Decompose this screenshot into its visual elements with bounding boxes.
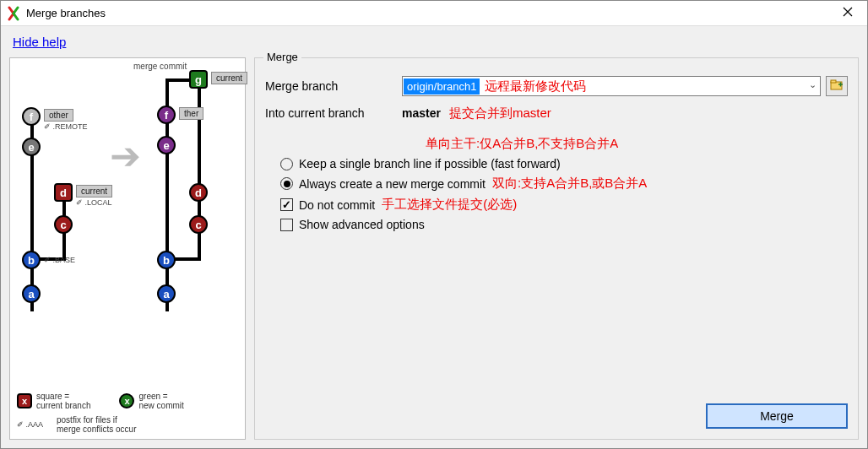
merge-group: Merge Merge branch origin/branch1 远程最新修改… xyxy=(254,57,859,440)
merge-commit-label: merge commit xyxy=(133,62,187,71)
legend-conflict-text: postfix for files if merge conflicts occ… xyxy=(57,415,136,434)
tag-current-2: current xyxy=(211,72,247,84)
radio-always-new-label: Always create a new merge commit xyxy=(299,177,486,191)
check-show-advanced-label: Show advanced options xyxy=(299,218,425,231)
legend-green-icon: x xyxy=(119,393,134,408)
merge-branch-annotation: 远程最新修改代码 xyxy=(485,78,586,95)
radio-fast-forward-label: Keep a single branch line if possible (f… xyxy=(299,157,561,170)
node-c: c xyxy=(54,215,73,234)
into-branch-label: Into current branch xyxy=(265,106,402,120)
tag-remote: ✐ .REMOTE xyxy=(44,122,88,131)
into-branch-value: master xyxy=(402,106,441,120)
check-do-not-commit-label: Do not commit xyxy=(299,198,375,212)
tag-other: other xyxy=(44,109,73,122)
tag-local: ✐ .LOCAL xyxy=(76,198,112,207)
into-branch-row: Into current branch master 提交合并到master xyxy=(265,102,848,124)
browse-branch-button[interactable] xyxy=(826,76,848,96)
tag-current: current xyxy=(76,185,112,197)
close-button[interactable] xyxy=(828,1,867,26)
mode-annotation: 单向主干:仅A合并B,不支持B合并A xyxy=(426,136,848,152)
help-legend: x square = current branch x green = new … xyxy=(17,388,238,434)
merge-branches-window: Merge branches Hide help merge commit f … xyxy=(0,0,868,449)
radio-fast-forward[interactable]: Keep a single branch line if possible (f… xyxy=(280,157,848,170)
diagram-arrow-icon: ➔ xyxy=(110,134,141,177)
merge-group-title: Merge xyxy=(263,51,301,63)
merge-branch-row: Merge branch origin/branch1 远程最新修改代码 ⌄ xyxy=(265,75,848,97)
merge-branch-value: origin/branch1 xyxy=(404,78,480,95)
titlebar: Merge branches xyxy=(1,1,867,26)
node-f2: f xyxy=(157,105,176,124)
close-icon xyxy=(843,7,853,19)
into-branch-annotation: 提交合并到master xyxy=(449,105,551,122)
legend-square-icon: x xyxy=(17,393,32,408)
window-body: Hide help merge commit f other ✐ .REMOTE… xyxy=(1,26,867,448)
node-e: e xyxy=(22,138,41,156)
content-area: merge commit f other ✐ .REMOTE e d curre… xyxy=(9,57,859,440)
checkbox-icon xyxy=(280,219,293,231)
chevron-down-icon: ⌄ xyxy=(809,79,816,90)
checkbox-icon xyxy=(280,198,293,211)
merge-branch-label: Merge branch xyxy=(265,79,402,93)
tag-other-2: ther xyxy=(179,107,203,120)
app-icon xyxy=(6,6,21,21)
node-c2: c xyxy=(189,215,208,234)
merge-button-label: Merge xyxy=(760,409,794,423)
legend-aaa: ✐ .AAA xyxy=(17,420,52,429)
radio-always-new[interactable]: Always create a new merge commit 双向:支持A合… xyxy=(280,176,848,192)
help-panel: merge commit f other ✐ .REMOTE e d curre… xyxy=(9,57,246,440)
tag-base: ✐ .BASE xyxy=(44,256,75,264)
node-b: b xyxy=(22,251,41,269)
browse-icon xyxy=(830,79,844,94)
node-d-current: d xyxy=(54,183,73,202)
node-g: g xyxy=(189,70,208,89)
check-do-not-commit-annotation: 手工选择文件提交(必选) xyxy=(382,197,517,213)
merge-button[interactable]: Merge xyxy=(706,403,848,429)
svg-rect-1 xyxy=(831,80,836,83)
node-a: a xyxy=(22,284,41,303)
check-do-not-commit[interactable]: Do not commit 手工选择文件提交(必选) xyxy=(280,197,848,213)
radio-icon xyxy=(280,177,293,190)
hide-help-link[interactable]: Hide help xyxy=(9,31,69,57)
node-b2: b xyxy=(157,251,176,269)
legend-green-text: green = new commit xyxy=(138,392,183,410)
radio-always-new-annotation: 双向:支持A合并B,或B合并A xyxy=(492,176,647,192)
radio-icon xyxy=(280,158,293,170)
check-show-advanced[interactable]: Show advanced options xyxy=(280,218,848,231)
node-e2: e xyxy=(157,136,176,154)
window-title: Merge branches xyxy=(26,7,828,19)
node-f: f xyxy=(22,107,41,126)
node-d2: d xyxy=(189,183,208,202)
legend-square-text: square = current branch xyxy=(36,392,90,410)
node-a2: a xyxy=(157,284,176,303)
merge-branch-combo[interactable]: origin/branch1 远程最新修改代码 ⌄ xyxy=(402,76,821,96)
